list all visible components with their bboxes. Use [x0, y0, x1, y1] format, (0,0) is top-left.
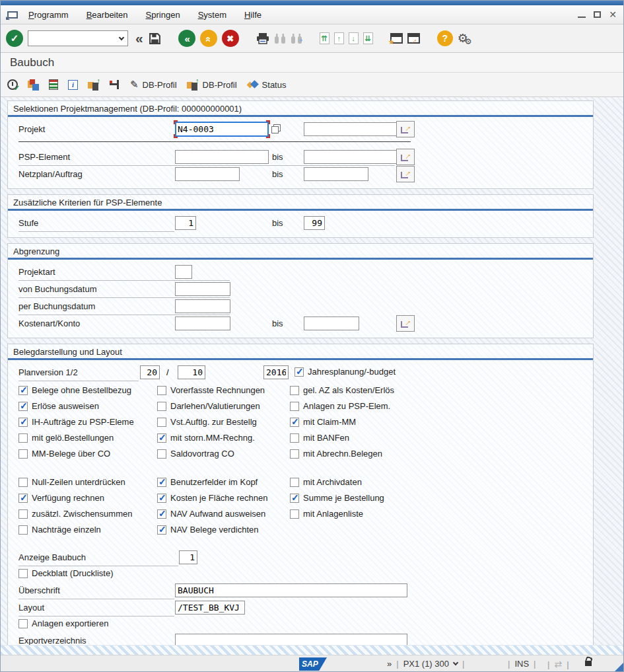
planversion-1-input[interactable] — [140, 365, 160, 379]
menu-springen[interactable]: Springen — [146, 10, 180, 20]
customize-layout-button[interactable]: ⚙⚙ — [458, 32, 468, 44]
checkbox-summe-je-bestellung[interactable]: Summe je Bestellung — [290, 493, 593, 503]
menu-programm[interactable]: Programm — [28, 10, 69, 20]
projekt-to-input[interactable] — [304, 122, 398, 136]
checkbox-zusaetzl-zwischensummen[interactable]: zusätzl. Zwischensummen — [18, 509, 157, 519]
projektart-label: Projektart — [18, 267, 55, 277]
cancel-button[interactable]: ✖ — [222, 30, 239, 47]
command-input[interactable] — [28, 31, 113, 46]
exit-button[interactable]: « — [200, 30, 217, 47]
checkbox-nachtraege-einzeln[interactable]: Nachträge einzeln — [18, 525, 157, 535]
display-db-profil-button[interactable]: ↑ DB-Profil — [187, 79, 237, 91]
checkbox-belege-ohne-bestellbezug[interactable]: Belege ohne Bestellbezug — [18, 385, 157, 395]
checkbox-mm-belege-ueber-co[interactable]: MM-Belege über CO — [18, 449, 157, 459]
multiple-selection-button[interactable] — [396, 166, 415, 182]
new-session-button[interactable]: ★ — [390, 33, 403, 44]
menu-bar: Programm Bearbeiten Springen System Hilf… — [1, 5, 623, 24]
first-page-icon: ⇈ — [322, 34, 328, 43]
back-button[interactable]: « — [178, 30, 195, 47]
menu-hilfe[interactable]: Hilfe — [244, 10, 261, 20]
anzeige-baubuch-input[interactable] — [179, 550, 197, 564]
maximize-button[interactable] — [594, 11, 601, 18]
chevron-down-icon[interactable] — [119, 35, 124, 40]
stufe-input[interactable] — [175, 216, 196, 230]
checkbox-mit-archivdaten[interactable]: mit Archivdaten — [290, 477, 593, 487]
ueberschrift-input[interactable] — [175, 583, 407, 597]
checkbox-mit-banfen[interactable]: mit BANFen — [290, 433, 593, 443]
psp-to-input[interactable] — [304, 150, 398, 164]
checkbox-mit-anlagenliste[interactable]: mit Anlagenliste — [290, 509, 593, 519]
checkbox-benutzerfelder-im-kopf[interactable]: Benutzerfelder im Kopf — [157, 477, 290, 487]
edit-db-profil-button[interactable]: ✎ DB-Profil — [130, 79, 177, 91]
chevron-down-icon[interactable] — [453, 660, 458, 665]
checkbox-ih-auftraege-zu-psp[interactable]: IH-Aufträge zu PSP-Eleme — [18, 417, 157, 427]
netzplan-to-input[interactable] — [304, 167, 368, 181]
save-button[interactable] — [149, 32, 161, 45]
expand-status-icon[interactable]: » — [387, 659, 392, 669]
help-button[interactable]: ? — [437, 30, 453, 46]
layout-input[interactable] — [175, 601, 245, 615]
checkbox-anlagen-exportieren[interactable]: Anlagen exportieren — [18, 618, 108, 628]
multiple-selection-button[interactable] — [396, 121, 415, 137]
planversion-2-input[interactable] — [178, 365, 205, 379]
selection-screen-button[interactable] — [110, 79, 120, 90]
resize-handle[interactable] — [613, 663, 623, 672]
print-button[interactable] — [256, 32, 269, 44]
statusbar-lock-group — [585, 657, 592, 666]
exportverzeichnis-input[interactable] — [175, 634, 407, 645]
page-up-button[interactable]: ↑ — [334, 32, 344, 44]
checkbox-vst-auftlg-zur-bestellg[interactable]: Vst.Auftlg. zur Bestellg — [157, 417, 290, 427]
create-shortcut-button[interactable]: → — [407, 33, 420, 44]
checkbox-erloese-ausweisen[interactable]: Erlöse ausweisen — [18, 401, 157, 411]
psp-input[interactable] — [175, 150, 269, 164]
last-page-button[interactable]: ⇊ — [363, 32, 373, 44]
menu-bearbeiten[interactable]: Bearbeiten — [87, 10, 128, 20]
kostenart-to-input[interactable] — [304, 317, 359, 330]
enter-button[interactable]: ✓ — [6, 30, 23, 47]
previous-item-icon[interactable]: « — [135, 30, 141, 46]
checkbox-darlehen-valutierungen[interactable]: Darlehen/Valutierungen — [157, 401, 290, 411]
question-icon: ? — [442, 33, 448, 44]
projekt-input[interactable] — [175, 122, 269, 137]
page-down-button[interactable]: ↓ — [349, 32, 359, 44]
kostenart-input[interactable] — [175, 317, 230, 330]
checkbox-gel-az-als-kosten-erloes[interactable]: gel. AZ als Kosten/Erlös — [290, 385, 593, 395]
netzplan-input[interactable] — [175, 167, 240, 181]
projektart-input[interactable] — [175, 265, 192, 279]
per-buchungsdatum-input[interactable] — [175, 299, 230, 313]
checkbox-saldovortrag-co[interactable]: Saldovortrag CO — [157, 449, 290, 459]
selection-list-button[interactable] — [49, 79, 58, 90]
checkbox-jahresplanung-budget[interactable]: Jahresplanung/-budget — [295, 367, 396, 377]
command-field[interactable] — [28, 30, 128, 46]
checkbox-verfuegung-rechnen[interactable]: Verfügung rechnen — [18, 493, 157, 503]
first-page-button[interactable]: ⇈ — [320, 32, 329, 44]
checkbox-null-zeilen-unterdruecken[interactable]: Null-Zeilen unterdrücken — [18, 477, 157, 487]
checkbox-nav-belege-verdichten[interactable]: NAV Belege verdichten — [157, 525, 290, 535]
checkbox-kosten-je-flaeche[interactable]: Kosten je Fläche rechnen — [157, 493, 290, 503]
checkbox-mit-geloe-bestellungen[interactable]: mit gelö.Bestellungen — [18, 433, 157, 443]
checkbox-deckblatt-druckliste[interactable]: Deckblatt (Druckliste) — [18, 568, 114, 578]
info-button[interactable]: i — [68, 80, 78, 90]
get-variant-button[interactable] — [28, 79, 39, 91]
find-button[interactable] — [274, 33, 286, 44]
find-next-button[interactable] — [291, 33, 302, 44]
checkbox-anlagen-zu-psp-elem[interactable]: Anlagen zu PSP-Elem. — [290, 401, 593, 411]
stufe-to-input[interactable] — [304, 216, 325, 230]
checkbox-mit-abrechn-belegen[interactable]: mit Abrechn.Belegen — [290, 449, 593, 459]
checkbox-label: Benutzerfelder im Kopf — [170, 477, 258, 487]
menu-system[interactable]: System — [198, 10, 226, 20]
jahr-input[interactable] — [263, 365, 289, 379]
multiple-selection-button[interactable] — [396, 149, 415, 165]
checkbox-mit-claim-mm[interactable]: mit Claim-MM — [290, 417, 593, 427]
import-button[interactable]: ↑ — [88, 79, 100, 91]
checkbox-vorerfasste-rechnungen[interactable]: Vorerfasste Rechnungen — [157, 385, 290, 395]
multiple-selection-button[interactable] — [396, 315, 415, 332]
matchcode-icon[interactable] — [271, 124, 281, 133]
minimize-button[interactable] — [578, 17, 586, 18]
status-button[interactable]: Status — [247, 79, 287, 90]
checkbox-mit-storn-mm-rechng[interactable]: mit storn.MM-Rechng. — [157, 433, 290, 443]
execute-button[interactable] — [7, 79, 18, 90]
checkbox-nav-aufwand-ausweisen[interactable]: NAV Aufwand ausweisen — [157, 509, 290, 519]
von-buchungsdatum-input[interactable] — [175, 282, 230, 296]
close-button[interactable]: ✕ — [609, 10, 617, 19]
